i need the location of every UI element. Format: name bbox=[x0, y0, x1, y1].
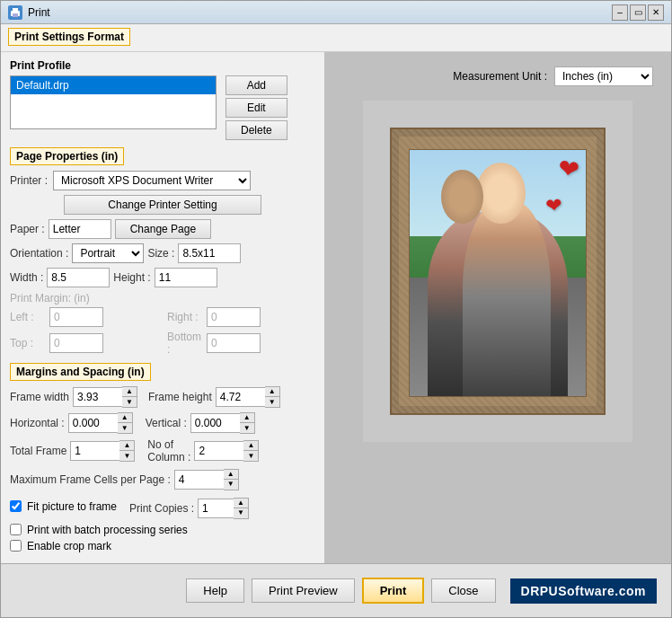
orientation-select[interactable]: Portrait Landscape bbox=[72, 243, 144, 263]
max-cells-up[interactable]: ▲ bbox=[224, 470, 238, 480]
options-section: Fit picture to frame Print Copies : ▲ ▼ … bbox=[10, 498, 315, 552]
frame-dimensions-row: Frame width ▲ ▼ Frame height ▲ ▼ bbox=[10, 386, 315, 408]
measurement-label: Measurement Unit : bbox=[453, 70, 547, 83]
print-button[interactable]: Print bbox=[362, 578, 425, 604]
bottom-margin-row: Bottom : bbox=[167, 331, 315, 356]
right-label: Right : bbox=[167, 311, 203, 323]
batch-label: Print with batch processing series bbox=[27, 524, 188, 536]
total-frame-down[interactable]: ▼ bbox=[119, 451, 134, 461]
change-page-button[interactable]: Change Page bbox=[115, 219, 211, 239]
fit-copies-row: Fit picture to frame Print Copies : ▲ ▼ bbox=[10, 498, 315, 519]
close-button[interactable]: ✕ bbox=[648, 4, 664, 21]
page-properties-label: Page Properties (in) bbox=[10, 147, 124, 165]
paper-label: Paper : bbox=[10, 223, 45, 235]
print-copies-up[interactable]: ▲ bbox=[234, 499, 248, 508]
frame-height-label: Frame height bbox=[148, 391, 212, 403]
top-margin-row: Top : bbox=[10, 331, 158, 356]
frame-height-up[interactable]: ▲ bbox=[265, 387, 279, 397]
page-properties-section: Page Properties (in) Printer : Microsoft… bbox=[10, 147, 315, 356]
brand-logo: DRPUSoftware.com bbox=[510, 578, 657, 604]
svg-rect-1 bbox=[13, 8, 18, 12]
measurement-select[interactable]: Inches (in) Centimeters (cm) Millimeters… bbox=[554, 66, 653, 86]
window-title: Print bbox=[28, 6, 612, 19]
column-up[interactable]: ▲ bbox=[243, 441, 258, 451]
printer-select[interactable]: Microsoft XPS Document Writer bbox=[53, 171, 251, 190]
frame-column-row: Total Frame ▲ ▼ No ofColumn : ▲ ▼ bbox=[10, 438, 315, 464]
delete-button[interactable]: Delete bbox=[225, 120, 287, 140]
margins-spacing-label: Margins and Spacing (in) bbox=[10, 363, 151, 381]
vertical-spinner: ▲ ▼ bbox=[190, 412, 255, 434]
vertical-spin-buttons: ▲ ▼ bbox=[240, 412, 255, 434]
frame-width-up[interactable]: ▲ bbox=[122, 387, 137, 397]
right-input bbox=[207, 307, 261, 327]
column-input[interactable] bbox=[194, 441, 243, 461]
preview-area: ❤ ❤ bbox=[363, 101, 632, 442]
total-frame-up[interactable]: ▲ bbox=[119, 441, 134, 451]
total-frame-input[interactable] bbox=[70, 441, 119, 461]
minimize-button[interactable]: – bbox=[612, 4, 628, 21]
vertical-up[interactable]: ▲ bbox=[240, 413, 254, 423]
print-preview-button[interactable]: Print Preview bbox=[252, 578, 355, 603]
left-label: Left : bbox=[10, 311, 46, 323]
width-label: Width : bbox=[10, 271, 43, 284]
vertical-down[interactable]: ▼ bbox=[240, 423, 254, 433]
add-button[interactable]: Add bbox=[225, 75, 287, 95]
edit-button[interactable]: Edit bbox=[225, 98, 287, 118]
frame-width-down[interactable]: ▼ bbox=[122, 397, 137, 407]
profile-row: Default.drp Add Edit Delete bbox=[10, 75, 315, 140]
bottom-input bbox=[207, 333, 261, 353]
main-content: Print Profile Default.drp Add Edit Delet… bbox=[1, 52, 671, 563]
frame-height-input[interactable] bbox=[216, 387, 265, 407]
margins-spacing-section: Margins and Spacing (in) Frame width ▲ ▼… bbox=[10, 363, 315, 490]
vertical-input[interactable] bbox=[190, 413, 240, 433]
measurement-row: Measurement Unit : Inches (in) Centimete… bbox=[324, 61, 671, 92]
profile-item-default[interactable]: Default.drp bbox=[11, 76, 216, 94]
frame-width-input[interactable] bbox=[73, 387, 122, 407]
batch-checkbox[interactable] bbox=[10, 524, 22, 535]
size-input[interactable] bbox=[178, 243, 241, 263]
help-button[interactable]: Help bbox=[186, 578, 244, 603]
max-cells-spin-buttons: ▲ ▼ bbox=[224, 469, 239, 490]
maximize-button[interactable]: ▭ bbox=[630, 4, 646, 21]
crop-label: Enable crop mark bbox=[27, 540, 111, 552]
change-printer-button[interactable]: Change Printer Setting bbox=[64, 195, 261, 215]
fit-picture-checkbox[interactable] bbox=[10, 500, 22, 512]
no-of-column-label: No ofColumn : bbox=[147, 438, 190, 464]
max-cells-input[interactable] bbox=[174, 470, 224, 490]
horizontal-spinner: ▲ ▼ bbox=[68, 412, 133, 434]
profile-buttons: Add Edit Delete bbox=[225, 75, 287, 140]
print-copies-down[interactable]: ▼ bbox=[234, 508, 248, 518]
paper-input[interactable] bbox=[49, 219, 111, 239]
print-copies-label: Print Copies : bbox=[129, 502, 194, 515]
print-copies-spin-buttons: ▲ ▼ bbox=[234, 498, 249, 519]
horizontal-spin-buttons: ▲ ▼ bbox=[118, 412, 133, 434]
print-copies-input[interactable] bbox=[198, 499, 234, 518]
horizontal-down[interactable]: ▼ bbox=[118, 423, 132, 433]
margin-title-row: Print Margin: (in) bbox=[10, 292, 315, 305]
print-margin-label: Print Margin: (in) bbox=[10, 292, 90, 305]
right-panel: Measurement Unit : Inches (in) Centimete… bbox=[324, 52, 671, 563]
printer-label: Printer : bbox=[10, 174, 48, 187]
max-cells-row: Maximum Frame Cells per Page : ▲ ▼ bbox=[10, 469, 315, 490]
heart1-icon: ❤ bbox=[556, 154, 580, 186]
width-input[interactable] bbox=[47, 268, 110, 287]
print-settings-tab[interactable]: Print Settings Format bbox=[8, 28, 130, 46]
crop-checkbox[interactable] bbox=[10, 540, 22, 552]
frame-width-spinner: ▲ ▼ bbox=[73, 386, 137, 408]
title-bar: Print – ▭ ✕ bbox=[1, 1, 671, 24]
height-input[interactable] bbox=[155, 268, 217, 287]
column-down[interactable]: ▼ bbox=[243, 451, 258, 461]
width-height-row: Width : Height : bbox=[10, 268, 315, 287]
horizontal-label: Horizontal : bbox=[10, 417, 65, 429]
vertical-label: Vertical : bbox=[146, 417, 187, 429]
close-button-footer[interactable]: Close bbox=[431, 578, 495, 603]
profile-listbox[interactable]: Default.drp bbox=[10, 75, 217, 129]
max-cells-spinner: ▲ ▼ bbox=[174, 469, 239, 490]
orientation-label: Orientation : bbox=[10, 247, 68, 260]
fit-picture-label: Fit picture to frame bbox=[27, 500, 117, 513]
horizontal-up[interactable]: ▲ bbox=[118, 413, 132, 423]
frame-height-down[interactable]: ▼ bbox=[265, 397, 279, 407]
svg-rect-2 bbox=[13, 13, 18, 17]
max-cells-down[interactable]: ▼ bbox=[224, 480, 238, 490]
horizontal-input[interactable] bbox=[68, 413, 118, 433]
